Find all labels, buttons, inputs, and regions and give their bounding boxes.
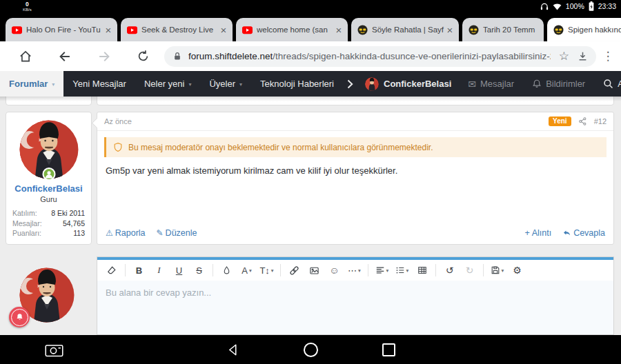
android-home-button[interactable] [300, 335, 321, 364]
gear-icon[interactable]: ⚙ [507, 261, 527, 280]
shiftdelete-favicon [553, 25, 564, 35]
strikethrough-button[interactable]: S [189, 261, 209, 280]
reply-editor: B I U S A▾ T↕▾ [97, 256, 614, 335]
android-back-button[interactable] [222, 335, 243, 364]
insert-link-button[interactable] [284, 261, 304, 280]
android-recents-button[interactable] [378, 335, 399, 364]
drafts-button[interactable]: ▾ [487, 261, 507, 280]
post-author-panel: ConfickerBelasi Guru Katılım: 8 Eki 2011… [6, 112, 92, 245]
nav-item-label: Forumlar [9, 79, 48, 89]
warning-icon: ⚠ [106, 229, 113, 237]
report-link[interactable]: ⚠ Raporla [106, 228, 146, 238]
tab-close-icon[interactable]: × [218, 25, 229, 35]
shield-icon [113, 142, 123, 152]
shiftdelete-favicon [469, 25, 479, 35]
alignment-button[interactable]: ▾ [372, 261, 392, 280]
browser-tab[interactable]: Seek & Destroy Live × [121, 18, 233, 41]
nav-item-uyeler[interactable]: Üyeler ▾ [200, 71, 251, 97]
download-icon[interactable] [578, 51, 588, 61]
nav-item-label: Üyeler [209, 79, 235, 89]
post-body-text: Gm5p var yeni almak istemiyorum kirilmaz… [97, 157, 613, 185]
account-menu[interactable]: ConfickerBelasi [357, 71, 459, 97]
bookmark-star-icon[interactable]: ☆ [559, 50, 569, 62]
browser-tab[interactable]: Halo On Fire - YouTu × [6, 18, 117, 41]
tab-title: Tarih 20 Temm [483, 26, 540, 34]
post-message-panel: Az önce Yeni #12 Bu mesaj moderatör onay… [97, 112, 614, 245]
italic-button[interactable]: I [149, 261, 169, 280]
avatar[interactable] [19, 120, 79, 179]
status-icons: 100% 23:33 [540, 1, 616, 11]
logged-in-username: ConfickerBelasi [384, 79, 451, 89]
screenshot-camera-button[interactable] [43, 335, 64, 364]
youtube-favicon [127, 25, 137, 35]
undo-button[interactable]: ↺ [440, 261, 460, 280]
reply-link[interactable]: Cevapla [562, 228, 605, 238]
youtube-favicon [12, 25, 22, 35]
nav-item-bildirimler[interactable]: Bildirimler [523, 71, 594, 97]
clock-label: 23:33 [598, 2, 616, 10]
tab-title: Söyle Rahatla | Sayf [372, 26, 444, 34]
nav-item-mesajlar[interactable]: ✉ Mesajlar [459, 71, 523, 97]
nav-item-label: Teknoloji Haberleri [260, 79, 334, 89]
forward-button-disabled[interactable] [84, 50, 124, 63]
bold-button[interactable]: B [129, 261, 149, 280]
back-button[interactable] [45, 50, 84, 63]
share-icon[interactable] [578, 117, 587, 126]
toolbar-separator [483, 264, 484, 276]
nav-item-neler-yeni[interactable]: Neler yeni ▾ [135, 71, 201, 97]
chevron-down-icon: ▾ [52, 81, 55, 88]
lock-icon[interactable] [172, 51, 182, 61]
nav-item-teknoloji-haberleri[interactable]: Teknoloji Haberleri [251, 71, 343, 97]
network-speed-indicator: 0 KB/s [23, 1, 32, 12]
bell-icon [532, 79, 542, 89]
tab-title: welcome home (san [257, 26, 333, 34]
browser-tab[interactable]: welcome home (san × [236, 18, 348, 41]
smiley-button[interactable]: ☺ [324, 261, 344, 280]
browser-tab-active[interactable]: Spigen hakkında düş × [547, 18, 621, 41]
edit-link[interactable]: ✎ Düzenle [157, 228, 197, 238]
redo-button-disabled[interactable]: ↻ [460, 261, 480, 280]
browser-tab[interactable]: Tarih 20 Temm [462, 18, 544, 41]
toolbar-separator [280, 264, 281, 276]
stat-row: Puanları: 113 [12, 228, 85, 239]
post-number-link[interactable]: #12 [594, 117, 607, 125]
nav-item-yeni-mesajlar[interactable]: Yeni Mesajlar [63, 71, 135, 97]
insert-table-button[interactable] [412, 261, 432, 280]
nav-item-search[interactable]: Ara [594, 71, 621, 97]
tab-close-icon[interactable]: × [444, 25, 455, 35]
remove-format-button[interactable] [101, 261, 121, 280]
nav-item-label: Mesajlar [480, 79, 514, 89]
status-bar: 0 KB/s 100% 23:33 [0, 0, 621, 12]
list-button[interactable]: ▾ [392, 261, 412, 280]
font-family-button[interactable]: A▾ [237, 261, 257, 280]
browser-menu-icon[interactable]: ⋮ [600, 49, 615, 63]
bell-icon [15, 312, 24, 322]
nav-item-forumlar[interactable]: Forumlar ▾ [0, 71, 63, 97]
toolbar-separator [125, 264, 126, 276]
reload-button[interactable] [124, 50, 163, 63]
shiftdelete-favicon [357, 25, 368, 35]
reply-text-input[interactable]: Bu alana bir cevap yazın... [97, 281, 613, 334]
tab-close-icon[interactable]: × [103, 25, 114, 35]
author-stats: Katılım: 8 Eki 2011 Mesajlar: 54,765 Pua… [6, 208, 91, 239]
post-timestamp[interactable]: Az önce [104, 117, 132, 125]
moderation-notice: Bu mesaj moderatör onayı beklemektedir v… [104, 137, 607, 157]
underline-button[interactable]: U [169, 261, 189, 280]
nav-item-label: Yeni Mesajlar [72, 79, 126, 89]
more-options-button[interactable]: ⋯▾ [344, 261, 364, 280]
notification-bell-fab[interactable] [9, 307, 30, 327]
reply-label: Cevapla [573, 228, 605, 238]
nav-overflow-chevron-icon[interactable] [343, 71, 357, 97]
text-color-button[interactable] [217, 261, 237, 280]
tab-close-icon[interactable]: × [333, 25, 344, 35]
font-size-button[interactable]: T↕▾ [257, 261, 277, 280]
insert-image-button[interactable] [304, 261, 324, 280]
search-icon [603, 79, 613, 89]
url-path: /threads/spigen-hakkinda-dusunce-ve-oner… [273, 51, 550, 61]
home-button[interactable] [6, 50, 45, 63]
nav-item-label: Ara [618, 79, 621, 89]
quote-link[interactable]: + Alıntı [525, 228, 552, 238]
wifi-icon [553, 3, 562, 10]
url-omnibox[interactable]: forum.shiftdelete.net /threads/spigen-ha… [164, 46, 596, 67]
browser-tab[interactable]: Söyle Rahatla | Sayf × [351, 18, 459, 41]
